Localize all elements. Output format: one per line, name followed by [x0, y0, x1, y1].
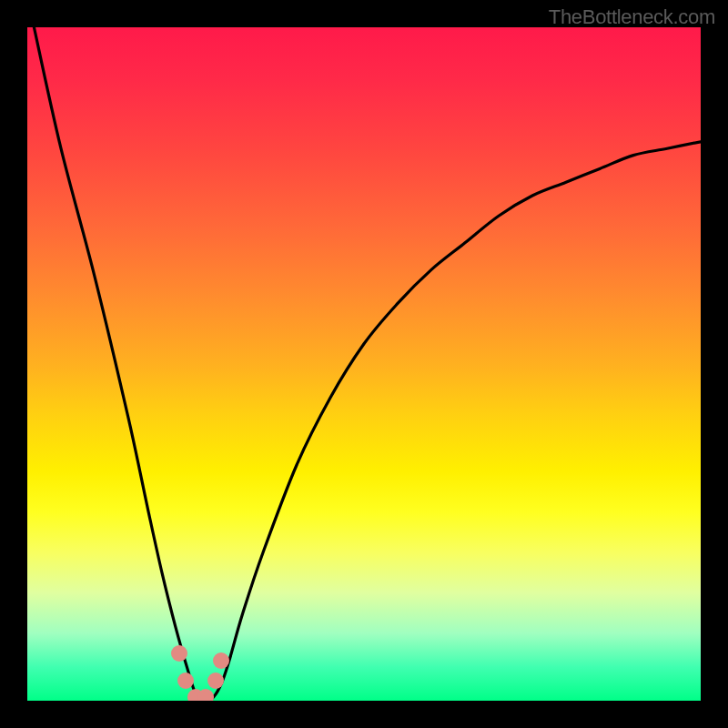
data-marker: [177, 672, 194, 689]
data-marker: [207, 672, 224, 689]
bottleneck-curve: [27, 27, 701, 701]
plot-area: [27, 27, 701, 701]
data-marker: [171, 645, 187, 662]
data-marker: [197, 689, 214, 701]
data-marker: [213, 652, 229, 669]
watermark-text: TheBottleneck.com: [549, 5, 715, 29]
